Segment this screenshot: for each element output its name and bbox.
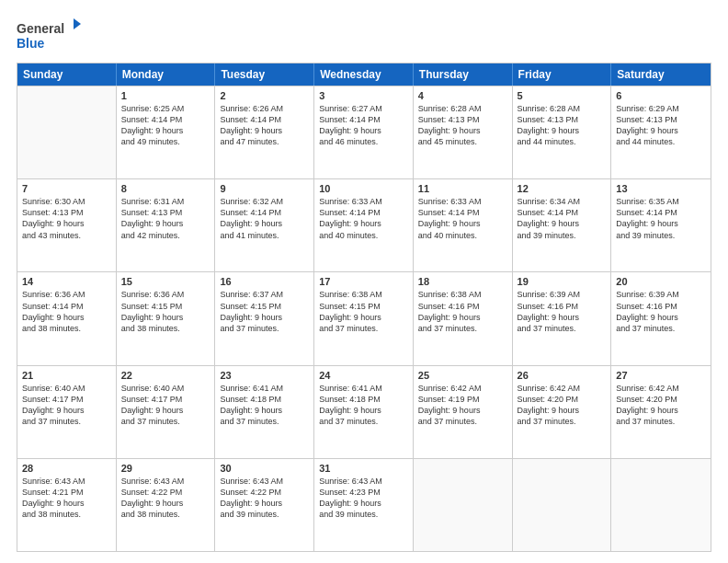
- calendar-week: 28 Sunrise: 6:43 AM Sunset: 4:21 PM Dayl…: [17, 458, 711, 551]
- sunrise-text: Sunrise: 6:32 AM: [220, 196, 309, 207]
- calendar: SundayMondayTuesdayWednesdayThursdayFrid…: [17, 63, 711, 552]
- weekday-header: Sunday: [17, 63, 117, 86]
- day-number: 26: [518, 370, 607, 381]
- daylight-minutes: and 40 minutes.: [319, 230, 408, 241]
- sunset-text: Sunset: 4:17 PM: [22, 394, 111, 405]
- daylight-minutes: and 38 minutes.: [22, 323, 111, 334]
- daylight-text: Daylight: 9 hours: [418, 218, 507, 229]
- sunset-text: Sunset: 4:14 PM: [319, 207, 408, 218]
- day-number: 14: [22, 276, 111, 287]
- day-number: 21: [22, 370, 111, 381]
- sunrise-text: Sunrise: 6:29 AM: [616, 103, 706, 114]
- calendar-cell: 23 Sunrise: 6:41 AM Sunset: 4:18 PM Dayl…: [215, 366, 314, 458]
- day-number: 25: [418, 370, 507, 381]
- sunset-text: Sunset: 4:15 PM: [121, 301, 210, 312]
- weekday-header: Wednesday: [314, 63, 414, 86]
- daylight-text: Daylight: 9 hours: [121, 312, 210, 323]
- calendar-cell: 13 Sunrise: 6:35 AM Sunset: 4:14 PM Dayl…: [611, 179, 711, 271]
- daylight-minutes: and 39 minutes.: [616, 230, 706, 241]
- daylight-minutes: and 47 minutes.: [220, 136, 309, 147]
- sunrise-text: Sunrise: 6:35 AM: [616, 196, 706, 207]
- calendar-cell: 17 Sunrise: 6:38 AM Sunset: 4:15 PM Dayl…: [314, 272, 414, 364]
- day-number: 10: [319, 183, 408, 194]
- svg-text:Blue: Blue: [17, 36, 45, 51]
- sunset-text: Sunset: 4:14 PM: [518, 207, 607, 218]
- day-number: 24: [319, 370, 408, 381]
- sunset-text: Sunset: 4:14 PM: [616, 207, 706, 218]
- daylight-text: Daylight: 9 hours: [518, 218, 607, 229]
- weekday-header: Friday: [513, 63, 612, 86]
- daylight-text: Daylight: 9 hours: [121, 498, 210, 509]
- calendar-cell: 19 Sunrise: 6:39 AM Sunset: 4:16 PM Dayl…: [513, 272, 612, 364]
- calendar-cell: 12 Sunrise: 6:34 AM Sunset: 4:14 PM Dayl…: [513, 179, 612, 271]
- daylight-text: Daylight: 9 hours: [616, 312, 706, 323]
- sunset-text: Sunset: 4:19 PM: [418, 394, 507, 405]
- daylight-text: Daylight: 9 hours: [220, 405, 309, 416]
- day-number: 6: [616, 90, 706, 101]
- day-number: 13: [616, 183, 706, 194]
- logo-svg: General Blue: [17, 17, 81, 55]
- day-number: 17: [319, 276, 408, 287]
- daylight-minutes: and 39 minutes.: [220, 509, 309, 520]
- sunrise-text: Sunrise: 6:43 AM: [22, 476, 111, 487]
- sunset-text: Sunset: 4:22 PM: [220, 487, 309, 498]
- sunset-text: Sunset: 4:16 PM: [418, 301, 507, 312]
- daylight-minutes: and 37 minutes.: [319, 323, 408, 334]
- daylight-minutes: and 46 minutes.: [319, 136, 408, 147]
- sunset-text: Sunset: 4:16 PM: [518, 301, 607, 312]
- calendar-cell: 24 Sunrise: 6:41 AM Sunset: 4:18 PM Dayl…: [314, 366, 414, 458]
- page: General Blue SundayMondayTuesdayWednesda…: [0, 0, 728, 563]
- sunset-text: Sunset: 4:20 PM: [616, 394, 706, 405]
- sunrise-text: Sunrise: 6:38 AM: [418, 289, 507, 300]
- sunset-text: Sunset: 4:20 PM: [518, 394, 607, 405]
- sunset-text: Sunset: 4:13 PM: [121, 207, 210, 218]
- daylight-text: Daylight: 9 hours: [319, 218, 408, 229]
- sunrise-text: Sunrise: 6:39 AM: [616, 289, 706, 300]
- daylight-minutes: and 45 minutes.: [418, 136, 507, 147]
- calendar-cell: [414, 459, 513, 551]
- daylight-minutes: and 38 minutes.: [121, 323, 210, 334]
- day-number: 23: [220, 370, 309, 381]
- day-number: 19: [518, 276, 607, 287]
- sunrise-text: Sunrise: 6:36 AM: [121, 289, 210, 300]
- calendar-cell: 10 Sunrise: 6:33 AM Sunset: 4:14 PM Dayl…: [314, 179, 414, 271]
- daylight-minutes: and 37 minutes.: [518, 416, 607, 427]
- calendar-cell: 14 Sunrise: 6:36 AM Sunset: 4:14 PM Dayl…: [17, 272, 117, 364]
- sunrise-text: Sunrise: 6:39 AM: [518, 289, 607, 300]
- calendar-cell: 15 Sunrise: 6:36 AM Sunset: 4:15 PM Dayl…: [117, 272, 216, 364]
- daylight-text: Daylight: 9 hours: [319, 498, 408, 509]
- calendar-cell: [611, 459, 711, 551]
- sunset-text: Sunset: 4:21 PM: [22, 487, 111, 498]
- sunset-text: Sunset: 4:13 PM: [418, 114, 507, 125]
- daylight-minutes: and 39 minutes.: [518, 230, 607, 241]
- calendar-cell: 6 Sunrise: 6:29 AM Sunset: 4:13 PM Dayli…: [611, 86, 711, 178]
- day-number: 28: [22, 463, 111, 474]
- sunset-text: Sunset: 4:14 PM: [22, 301, 111, 312]
- day-number: 8: [121, 183, 210, 194]
- sunset-text: Sunset: 4:14 PM: [121, 114, 210, 125]
- daylight-minutes: and 44 minutes.: [616, 136, 706, 147]
- sunset-text: Sunset: 4:22 PM: [121, 487, 210, 498]
- daylight-text: Daylight: 9 hours: [616, 218, 706, 229]
- daylight-minutes: and 37 minutes.: [518, 323, 607, 334]
- calendar-cell: 20 Sunrise: 6:39 AM Sunset: 4:16 PM Dayl…: [611, 272, 711, 364]
- sunrise-text: Sunrise: 6:31 AM: [121, 196, 210, 207]
- svg-marker-2: [74, 18, 81, 29]
- weekday-header: Saturday: [611, 63, 711, 86]
- daylight-text: Daylight: 9 hours: [22, 498, 111, 509]
- daylight-text: Daylight: 9 hours: [121, 218, 210, 229]
- sunrise-text: Sunrise: 6:42 AM: [418, 383, 507, 394]
- daylight-minutes: and 44 minutes.: [518, 136, 607, 147]
- day-number: 31: [319, 463, 408, 474]
- daylight-text: Daylight: 9 hours: [220, 125, 309, 136]
- sunset-text: Sunset: 4:13 PM: [22, 207, 111, 218]
- daylight-text: Daylight: 9 hours: [319, 125, 408, 136]
- daylight-minutes: and 39 minutes.: [319, 509, 408, 520]
- calendar-cell: 31 Sunrise: 6:43 AM Sunset: 4:23 PM Dayl…: [314, 459, 414, 551]
- day-number: 3: [319, 90, 408, 101]
- daylight-text: Daylight: 9 hours: [220, 218, 309, 229]
- calendar-cell: 2 Sunrise: 6:26 AM Sunset: 4:14 PM Dayli…: [215, 86, 314, 178]
- calendar-cell: 1 Sunrise: 6:25 AM Sunset: 4:14 PM Dayli…: [117, 86, 216, 178]
- sunset-text: Sunset: 4:13 PM: [616, 114, 706, 125]
- day-number: 9: [220, 183, 309, 194]
